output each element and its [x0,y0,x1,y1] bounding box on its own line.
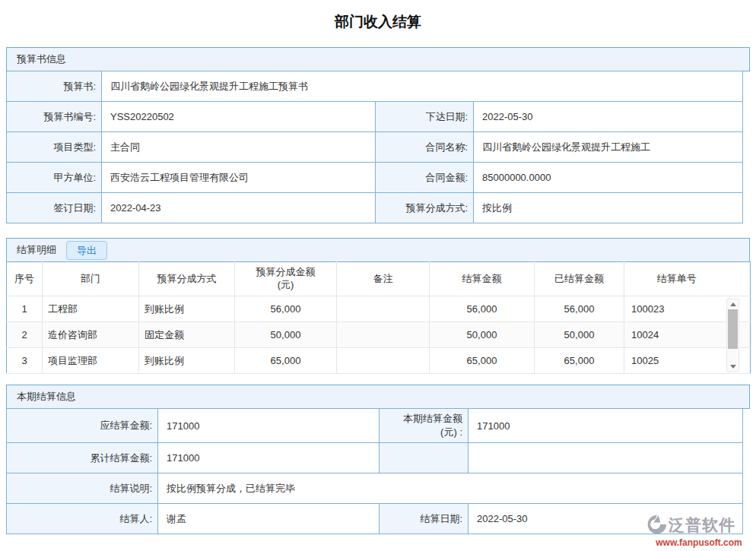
scroll-down-button[interactable] [727,362,739,371]
form-row: 应结算金额: 171000 本期结算金额 (元) : 171000 [7,409,743,443]
cell-remark [337,348,430,374]
budget-book-label: 预算书: [7,71,102,102]
budget-info-section-title: 预算书信息 [17,52,66,66]
receivable-value: 171000 [158,409,380,443]
cumulative-label: 累计结算金额: [7,443,158,473]
cell-split-method: 固定金额 [139,322,235,348]
sign-date-label: 签订日期: [7,193,102,223]
budget-no-value: YSS20220502 [102,102,376,132]
col-header-index: 序号 [7,262,43,296]
export-button[interactable]: 导出 [66,241,107,260]
form-row: 预算书: 四川省鹅岭公园绿化景观提升工程施工预算书 [7,71,743,102]
note-label: 结算说明: [7,473,158,504]
col-header-settled-amount: 已结算金额 [535,262,624,296]
cell-settle-amount: 50,000 [430,322,535,348]
cell-department: 造价咨询部 [43,322,139,348]
period-amount-label: 本期结算金额 (元) : [380,409,469,443]
scroll-up-button[interactable] [727,299,739,309]
table-row: 3 项目监理部 到账比例 65,000 65,000 65,000 10025 [7,348,751,374]
col-header-split-amount: 预算分成金额 (元) [235,262,337,296]
budget-info-section: 预算书信息 预算书: 四川省鹅岭公园绿化景观提升工程施工预算书 预算书编号: Y… [6,47,750,223]
col-header-settle-no: 结算单号 [624,262,729,296]
party-a-value: 西安浩云工程项目管理有限公司 [102,163,376,193]
current-settlement-form: 应结算金额: 171000 本期结算金额 (元) : 171000 累计结算金额… [6,408,743,534]
contract-name-label: 合同名称: [376,132,474,163]
settlement-detail-section-header: 结算明细 导出 [6,238,750,262]
cumulative-value: 171000 [158,443,380,473]
settlement-detail-section: 结算明细 导出 序号 部门 预算分成方式 预算分成金额 (元) 备注 结算金额 … [6,238,750,374]
scrollbar-gutter-header [729,262,751,296]
budget-book-value: 四川省鹅岭公园绿化景观提升工程施工预算书 [102,71,743,102]
col-header-remark: 备注 [337,262,430,296]
period-amount-value: 171000 [469,409,743,443]
settlement-detail-table: 序号 部门 预算分成方式 预算分成金额 (元) 备注 结算金额 已结算金额 结算… [6,261,751,374]
cell-split-amount: 56,000 [235,296,337,322]
cell-department: 工程部 [43,296,139,322]
cell-settled-amount: 65,000 [535,348,624,374]
cell-remark [337,322,430,348]
cell-settle-amount: 65,000 [430,348,535,374]
contract-name-value: 四川省鹅岭公园绿化景观提升工程施工 [474,132,743,163]
budget-info-section-header: 预算书信息 [6,47,750,71]
empty-label-cell [380,443,469,473]
settlement-detail-section-title: 结算明细 [17,243,56,257]
cell-department: 项目监理部 [43,348,139,374]
note-value: 按比例预算分成，已结算完毕 [158,473,743,504]
current-settlement-section: 本期结算信息 应结算金额: 171000 本期结算金额 (元) : 171000… [6,385,750,534]
party-a-label: 甲方单位: [7,163,102,193]
scroll-up-icon [730,302,736,306]
current-settlement-section-title: 本期结算信息 [17,390,76,404]
page-title: 部门收入结算 [0,11,756,33]
budget-no-label: 预算书编号: [7,102,102,132]
col-header-department: 部门 [43,262,139,296]
col-header-split-method: 预算分成方式 [139,262,235,296]
table-row: 1 工程部 到账比例 56,000 56,000 56,000 100023 [7,296,751,322]
split-method-label: 预算分成方式: [376,193,474,223]
cell-index: 2 [7,322,43,348]
cell-split-amount: 65,000 [235,348,337,374]
settler-label: 结算人: [7,504,158,534]
receivable-label: 应结算金额: [7,409,158,443]
issue-date-value: 2022-05-30 [474,102,743,132]
settler-value: 谢孟 [158,504,380,534]
cell-settled-amount: 56,000 [535,296,624,322]
split-method-value: 按比例 [474,193,743,223]
cell-index: 1 [7,296,43,322]
col-header-settle-amount: 结算金额 [430,262,535,296]
watermark-url-text: www.fanpusoft.com [646,537,752,548]
watermark-brand-text: 泛普软件 [669,515,735,536]
contract-amount-value: 85000000.0000 [474,163,743,193]
watermark: 泛普软件 www.fanpusoft.com [646,514,752,548]
contract-amount-label: 合同金额: [376,163,474,193]
budget-info-form: 预算书: 四川省鹅岭公园绿化景观提升工程施工预算书 预算书编号: YSS2022… [6,71,743,223]
cell-split-method: 到账比例 [139,296,235,322]
form-row: 签订日期: 2022-04-23 预算分成方式: 按比例 [7,193,743,223]
cell-remark [337,296,430,322]
cell-settle-no: 100023 [624,296,729,322]
cell-split-method: 到账比例 [139,348,235,374]
form-row: 累计结算金额: 171000 [7,443,743,473]
form-row: 预算书编号: YSS20220502 下达日期: 2022-05-30 [7,102,743,132]
empty-value-cell [469,443,743,473]
issue-date-label: 下达日期: [376,102,474,132]
cell-split-amount: 50,000 [235,322,337,348]
sign-date-value: 2022-04-23 [102,193,376,223]
project-type-label: 项目类型: [7,132,102,163]
settle-date-label: 结算日期: [380,504,469,534]
current-settlement-section-header: 本期结算信息 [6,385,750,409]
cell-settle-no: 10024 [624,322,729,348]
table-row: 2 造价咨询部 固定金额 50,000 50,000 50,000 10024 [7,322,751,348]
fanpu-logo-icon [646,514,667,537]
table-header-row: 序号 部门 预算分成方式 预算分成金额 (元) 备注 结算金额 已结算金额 结算… [7,262,751,296]
project-type-value: 主合同 [102,132,376,163]
cell-settle-no: 10025 [624,348,729,374]
cell-settle-amount: 56,000 [430,296,535,322]
cell-settled-amount: 50,000 [535,322,624,348]
form-row: 甲方单位: 西安浩云工程项目管理有限公司 合同金额: 85000000.0000 [7,163,743,193]
form-row: 结算人: 谢孟 结算日期: 2022-05-30 [7,504,743,534]
cell-index: 3 [7,348,43,374]
vertical-scrollbar[interactable] [726,299,739,372]
form-row: 项目类型: 主合同 合同名称: 四川省鹅岭公园绿化景观提升工程施工 [7,132,743,163]
scrollbar-thumb[interactable] [728,309,738,349]
scroll-down-icon [730,365,736,369]
